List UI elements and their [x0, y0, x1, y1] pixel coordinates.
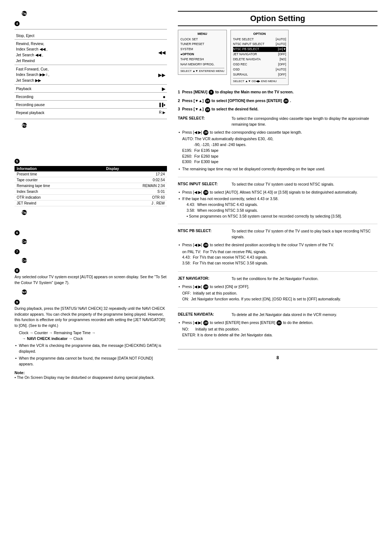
page-title: Option Setting [178, 11, 377, 26]
page-number: 8 [178, 355, 377, 360]
menu-left-box: MENU CLOCK SET TUNER PRESET SYSTEM ●OPTI… [178, 30, 227, 75]
ntsc-pb-options: on PAL TV: For TVs that can receive PAL … [178, 249, 377, 266]
menu-item: TUNER PRESET [180, 42, 224, 47]
menu-item: NAVI MEMORY 0PROG. [180, 62, 224, 67]
info-header-info: Information [15, 166, 104, 171]
btn-num: 28 [205, 98, 210, 104]
note-body: • The On Screen Display may be disturbed… [15, 375, 167, 381]
btn-num: 9 [209, 90, 214, 95]
option-row: JET NAVIGATOR: To set the conditions for… [178, 276, 377, 282]
section8-body: Any selected colour TV system except [AU… [15, 274, 167, 286]
step1: 1 Press [MENU] 9 to display the Main men… [178, 89, 377, 95]
menu-right-bottom: SELECT ▲▼ OD◀▶ END MENU [233, 78, 286, 83]
option-jet-navigator: JET NAVIGATOR: To set the conditions for… [178, 276, 377, 308]
btn-num: 28 [203, 284, 208, 289]
option-row: NTSC PB SELECT: To select the colour TV … [178, 228, 377, 240]
section9-title: 9 NAVI CHECK indicator [15, 289, 167, 305]
menu-row: DELETE NAVIDATA[NO] [233, 57, 286, 62]
btn-num: 28 [203, 130, 208, 135]
section6-title: 6 Tape Mode/Rec Mode indicator (SP/LP/EP… [15, 210, 167, 235]
menu-item-selected: ●OPTION [180, 52, 224, 57]
table-row: Remaining tape time REMAIN 2:34 [15, 183, 167, 189]
table-row: Stop, Eject [15, 32, 167, 39]
section7-num: 7 [15, 249, 20, 254]
option-label: JET NAVIGATOR: [178, 276, 229, 282]
section8-title: 8 Colour system indicator [15, 258, 167, 273]
btn-num: 28 [205, 107, 210, 112]
section9-bullet1: When the VCR is checking the programme d… [15, 343, 167, 355]
menu-row: OSD REC[OFF] [233, 62, 286, 67]
option-row: NTSC INPUT SELECT: To select the colour … [178, 182, 377, 187]
menu-item: SYSTEM [180, 47, 224, 52]
tape-display-table: Stop, Eject Rewind, Review,Index Search … [15, 32, 167, 116]
table-row: Recording ● [15, 92, 167, 100]
table-row: Repeat playback R ▶ [15, 108, 167, 116]
table-row: Playback ▶ [15, 84, 167, 92]
option-desc: To delete all the Jet Navigator data sto… [232, 312, 377, 318]
table-row: Tape counter 0:02.54 [15, 177, 167, 183]
bullet-item: Press [◀ ▶] 28 to select the desired pos… [178, 242, 377, 248]
section4-title: 4 Tape running display [15, 11, 167, 26]
option-row: TAPE SELECT: To select the corresponding… [178, 116, 377, 127]
menu-item: TAPE REFRESH [180, 57, 224, 62]
menu-row: JET NAVIGATOR[OFF] [233, 52, 286, 57]
option-tape-select: TAPE SELECT: To select the corresponding… [178, 116, 377, 177]
bullet-item: Press [◀ ▶] 28 to select [AUTO]. Allows … [178, 190, 377, 195]
option-label: TAPE SELECT: [178, 116, 229, 127]
section8-num: 8 [15, 268, 20, 273]
section6-num: 6 [15, 230, 20, 235]
menu-images: MENU CLOCK SET TUNER PRESET SYSTEM ●OPTI… [178, 30, 377, 85]
option-label: DELETE NAVIDATA: [178, 312, 229, 318]
bullet-item: If the tape has not recorded correctly, … [178, 196, 377, 219]
menu-row-selected: NTSC PB SELECT[on]▼ [233, 47, 286, 52]
section5: 5 Present time/Tape counter/Remaining ta… [15, 123, 167, 206]
delete-navidata-options: NO: Initially set at this position. ENTE… [178, 327, 377, 338]
section4: 4 Tape running display Stop, Eject Rewin… [15, 11, 167, 119]
menu-item: CLOCK SET [180, 37, 224, 42]
btn-num: 28 [203, 243, 208, 248]
menu-right-title: OPTION [233, 32, 286, 36]
table-row: OTR indication OTR 60 [15, 195, 167, 200]
page-layout: 4 Tape running display Stop, Eject Rewin… [15, 11, 377, 382]
jet-nav-options: OFF: Initially set at this position. ON:… [178, 291, 377, 302]
option-delete-navidata: DELETE NAVIDATA: To delete all the Jet N… [178, 312, 377, 343]
section7-title: 7 Cassette-in indicator [15, 239, 167, 254]
menu-left-bottom: SELECT ▲▼ ENTER END MENU [180, 68, 224, 73]
section9: 9 NAVI CHECK indicator During playback, … [15, 289, 167, 367]
note-box: Note: • The On Screen Display may be dis… [15, 370, 167, 381]
section7: 7 Cassette-in indicator [15, 239, 167, 254]
tape-select-auto: AUTO: The VCR automatically distinguishe… [178, 136, 377, 165]
table-row: Rewind, Review,Index Search ◀◀ ,Jet Sear… [15, 39, 167, 65]
option-desc: To select the colour TV system of the TV… [232, 228, 377, 240]
bullet-item: Press [◀ ▶] 28 to select [ENTER] then pr… [178, 320, 377, 326]
bullet-item: Press [◀ ▶] 28 to select the correspondi… [178, 130, 377, 135]
bullet-item: Press [◀ ▶] 28 to select [ON] or [OFF]. [178, 284, 377, 290]
left-column: 4 Tape running display Stop, Eject Rewin… [15, 11, 167, 382]
table-row: Recording pause ▐▐● [15, 100, 167, 108]
right-column: Option Setting MENU CLOCK SET TUNER PRES… [178, 11, 377, 382]
menu-row: TAPE SELECT[AUTO] [233, 37, 286, 42]
section5-title: 5 Present time/Tape counter/Remaining ta… [15, 123, 167, 164]
btn-num: 26 [283, 98, 289, 104]
option-ntsc-input: NTSC INPUT SELECT: To select the colour … [178, 182, 377, 224]
section9-clock: Clock → Counter → Remaining Tape Time → … [15, 330, 167, 342]
option-ntsc-pb: NTSC PB SELECT: To select the colour TV … [178, 228, 377, 272]
option-label: NTSC INPUT SELECT: [178, 182, 229, 187]
btn-num: 28 [203, 190, 208, 195]
option-row: DELETE NAVIDATA: To delete all the Jet N… [178, 312, 377, 318]
table-row: Present time 17:24 [15, 171, 167, 177]
section9-bullet2: When the programme data cannot be found,… [15, 356, 167, 367]
menu-row: NTSC INPUT SELECT[AUTO] [233, 42, 286, 47]
menu-left-title: MENU [180, 32, 224, 36]
menu-row: OSD[AUTO] [233, 67, 286, 72]
menu-row: SURRAUL[OFF] [233, 72, 286, 77]
option-label: NTSC PB SELECT: [178, 228, 229, 240]
note-title: Note: [15, 370, 167, 375]
option-desc: To select the corresponding video casset… [232, 116, 377, 127]
option-desc: To set the conditions for the Jet Naviga… [232, 276, 377, 282]
menu-right-box: OPTION TAPE SELECT[AUTO] NTSC INPUT SELE… [230, 30, 289, 85]
bullet-item: The remaining tape time may not be displ… [178, 166, 377, 172]
section9-body: During playback, press the [STATUS/ NAVI… [15, 306, 167, 329]
table-row: JET Rewind J . REW [15, 200, 167, 206]
info-table: Information Display Present time 17:24 T… [15, 166, 167, 206]
